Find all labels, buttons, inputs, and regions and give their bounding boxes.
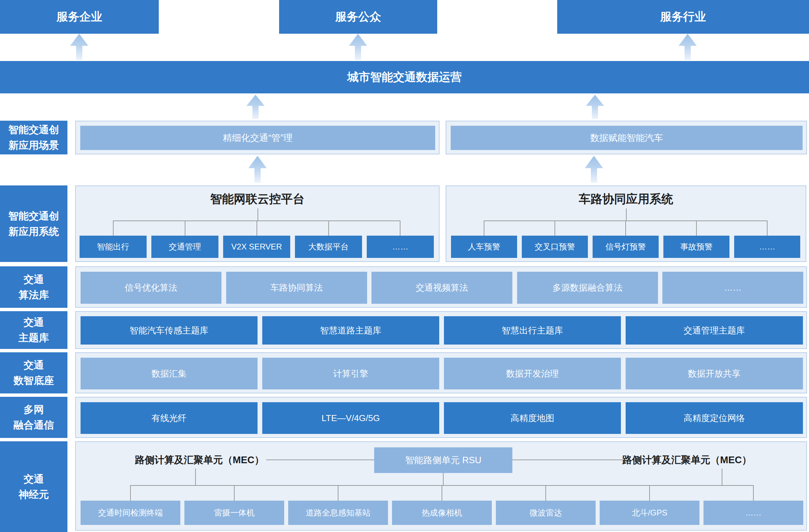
data-base-box-dev-governance: 数据开发治理 xyxy=(444,358,621,389)
data-base-box-label: 数据汇集 xyxy=(152,368,187,380)
tree-line xyxy=(554,221,555,236)
scene-box-label: 精细化交通“管”理 xyxy=(223,132,293,144)
architecture-diagram: 服务企业 服务公众 服务行业 城市智能交通数据运营 智能交通创 新应用场景 精细… xyxy=(0,0,809,532)
top-service-label: 服务公众 xyxy=(335,9,381,24)
tree-line xyxy=(400,221,400,236)
tree-line xyxy=(185,221,185,236)
network-box-fiber: 有线光纤 xyxy=(81,402,258,434)
device-box-label: …… xyxy=(745,508,761,517)
device-box-label: 微波雷达 xyxy=(530,508,562,518)
data-base-box-label: 计算引擎 xyxy=(333,368,368,380)
tree-line xyxy=(722,469,722,485)
child-box-label: V2X SERVER xyxy=(231,242,282,252)
child-box-smart-travel: 智能出行 xyxy=(80,236,147,258)
child-box-label: 交通管理 xyxy=(169,241,201,252)
sidebar-algorithms-line2: 算法库 xyxy=(19,287,49,303)
child-box-pedestrian-warning: 人车预警 xyxy=(451,236,517,258)
child-box-intersection-warning: 交叉口预警 xyxy=(522,236,588,258)
child-box-label: 大数据平台 xyxy=(308,241,349,252)
child-box-more: …… xyxy=(734,236,800,258)
up-arrow-icon xyxy=(248,156,266,183)
device-box-label: 交通时间检测终端 xyxy=(98,508,163,518)
sidebar-systems: 智能交通创 新应用系统 xyxy=(0,185,67,262)
tree-line xyxy=(443,473,444,485)
sidebar-algorithms: 交通 算法库 xyxy=(0,266,67,308)
algorithm-box-vehicle-road: 车路协同算法 xyxy=(226,272,367,304)
data-base-box-label: 数据开发治理 xyxy=(506,368,559,380)
scene-container-right: 数据赋能智能汽车 xyxy=(446,121,807,154)
child-box-label: 智能出行 xyxy=(97,241,130,252)
tree-line xyxy=(195,469,196,485)
device-box-beidou-gps: 北斗/GPS xyxy=(600,501,700,525)
device-box-label: 热成像相机 xyxy=(422,508,462,518)
sidebar-network: 多网 融合通信 xyxy=(0,397,67,438)
sidebar-data-base-line2: 数智底座 xyxy=(14,373,54,389)
network-box-hd-map: 高精度地图 xyxy=(444,402,621,434)
rsu-box-label: 智能路侧单元 RSU xyxy=(405,454,482,466)
child-box-label: …… xyxy=(392,242,409,252)
network-box-label: LTE—V/4G/5G xyxy=(322,413,380,424)
sidebar-neurons-line2: 神经元 xyxy=(19,487,49,502)
algorithm-box-label: 多源数据融合算法 xyxy=(552,282,623,294)
up-arrow-icon xyxy=(585,156,603,183)
device-box-radar-camera: 雷摄一体机 xyxy=(184,501,284,525)
data-base-box-label: 数据开放共享 xyxy=(688,368,741,380)
sidebar-scene-line1: 智能交通创 xyxy=(8,122,59,138)
panel-title-label: 车路协同应用系统 xyxy=(579,191,673,207)
child-box-label: 人车预警 xyxy=(468,241,500,252)
data-base-container: 数据汇集 计算引擎 数据开发治理 数据开放共享 xyxy=(75,352,807,393)
mec-right-label: 路侧计算及汇聚单元（MEC） xyxy=(589,452,785,468)
sidebar-neurons: 交通 神经元 xyxy=(0,441,67,532)
panel-vehicle-road: 车路协同应用系统 人车预警 交叉口预警 信号灯预警 事故预警 …… xyxy=(446,185,806,262)
panel-vehicle-road-title: 车路协同应用系统 xyxy=(446,190,806,208)
child-box-label: …… xyxy=(759,242,775,252)
child-box-accident-warning: 事故预警 xyxy=(664,236,729,258)
child-box-label: 信号灯预警 xyxy=(605,241,646,252)
panel-cloud-control-title: 智能网联云控平台 xyxy=(76,190,439,208)
algorithm-box-label: 车路协同算法 xyxy=(270,282,323,294)
data-base-box-compute-engine: 计算引擎 xyxy=(262,358,439,389)
tree-line xyxy=(338,485,339,501)
theme-box-vehicle-sensor: 智能汽车传感主题库 xyxy=(81,316,258,345)
network-box-lte: LTE—V/4G/5G xyxy=(262,402,439,434)
mec-label: 路侧计算及汇聚单元（MEC） xyxy=(135,453,264,467)
top-service-label: 服务企业 xyxy=(57,9,102,24)
child-box-label: 事故预警 xyxy=(680,241,712,252)
panel-title-label: 智能网联云控平台 xyxy=(210,191,305,207)
network-box-label: 有线光纤 xyxy=(152,412,187,424)
tree-line xyxy=(234,485,235,501)
tree-line xyxy=(257,221,257,236)
child-box-v2x-server: V2X SERVER xyxy=(223,236,290,258)
network-box-label: 高精度定位网络 xyxy=(684,412,745,424)
top-service-box-public: 服务公众 xyxy=(279,0,437,34)
child-box-signal-warning: 信号灯预警 xyxy=(592,236,659,258)
up-arrow-icon xyxy=(70,34,88,60)
up-arrow-icon xyxy=(586,95,604,119)
scene-box-traffic-management: 精细化交通“管”理 xyxy=(80,126,435,150)
child-box-traffic-mgmt: 交通管理 xyxy=(151,236,219,258)
theme-box-traffic-mgmt: 交通管理主题库 xyxy=(626,316,803,345)
up-arrow-icon xyxy=(678,34,697,60)
tree-line xyxy=(626,208,627,221)
themes-container: 智能汽车传感主题库 智慧道路主题库 智慧出行主题库 交通管理主题库 xyxy=(75,311,807,349)
scene-box-label: 数据赋能智能汽车 xyxy=(590,132,663,144)
network-box-label: 高精度地图 xyxy=(511,412,554,424)
sidebar-neurons-line1: 交通 xyxy=(23,471,44,487)
device-box-microwave-radar: 微波雷达 xyxy=(496,501,596,525)
algorithms-container: 信号优化算法 车路协同算法 交通视频算法 多源数据融合算法 …… xyxy=(75,266,807,308)
theme-box-label: 交通管理主题库 xyxy=(684,325,745,337)
network-box-hd-positioning: 高精度定位网络 xyxy=(626,402,803,434)
tree-line xyxy=(649,485,650,501)
sidebar-network-line1: 多网 xyxy=(23,402,44,417)
tree-line xyxy=(266,460,374,460)
main-operation-bar: 城市智能交通数据运营 xyxy=(0,61,809,93)
tree-line xyxy=(625,221,626,236)
algorithm-box-signal-optimization: 信号优化算法 xyxy=(81,272,222,304)
theme-box-smart-travel: 智慧出行主题库 xyxy=(444,316,621,345)
top-service-label: 服务行业 xyxy=(660,9,706,24)
data-base-box-open-sharing: 数据开放共享 xyxy=(626,358,803,389)
algorithm-box-label: 信号优化算法 xyxy=(125,282,177,294)
device-box-more: …… xyxy=(704,501,803,525)
network-container: 有线光纤 LTE—V/4G/5G 高精度地图 高精度定位网络 xyxy=(75,397,807,438)
mec-left-label: 路侧计算及汇聚单元（MEC） xyxy=(102,452,297,468)
